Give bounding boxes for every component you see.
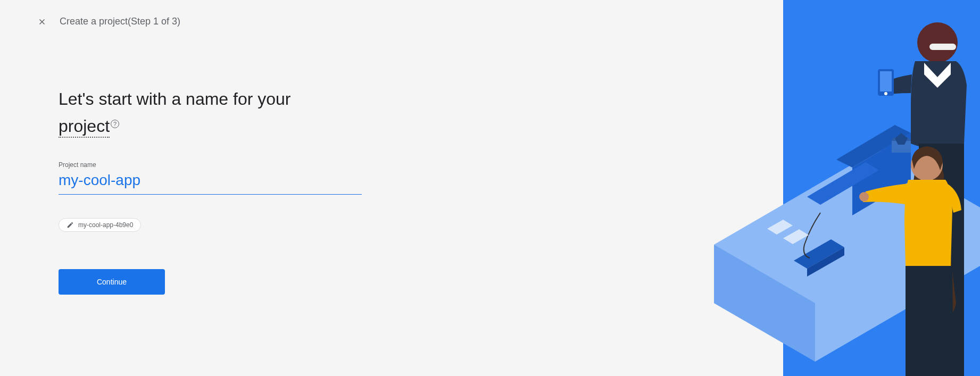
project-name-field: Project name bbox=[59, 161, 309, 195]
project-id-text: my-cool-app-4b9e0 bbox=[78, 221, 133, 229]
illustration bbox=[714, 0, 980, 376]
heading-underlined: project bbox=[59, 116, 110, 138]
project-id-chip[interactable]: my-cool-app-4b9e0 bbox=[59, 218, 141, 232]
main-content: Let's start with a name for your project… bbox=[0, 27, 309, 295]
pencil-icon bbox=[67, 221, 74, 229]
continue-button[interactable]: Continue bbox=[59, 269, 165, 295]
svg-rect-19 bbox=[880, 71, 892, 91]
close-icon[interactable] bbox=[37, 17, 47, 27]
svg-point-15 bbox=[917, 22, 958, 63]
project-name-label: Project name bbox=[59, 161, 309, 169]
heading-text: Let's start with a name for your bbox=[59, 89, 291, 108]
project-name-input[interactable] bbox=[59, 171, 362, 195]
svg-point-23 bbox=[859, 192, 869, 202]
header-title: Create a project(Step 1 of 3) bbox=[60, 16, 180, 27]
svg-rect-16 bbox=[929, 44, 956, 50]
svg-point-20 bbox=[884, 92, 887, 95]
page-heading: Let's start with a name for your project… bbox=[59, 86, 309, 140]
help-icon[interactable]: ? bbox=[111, 120, 119, 128]
